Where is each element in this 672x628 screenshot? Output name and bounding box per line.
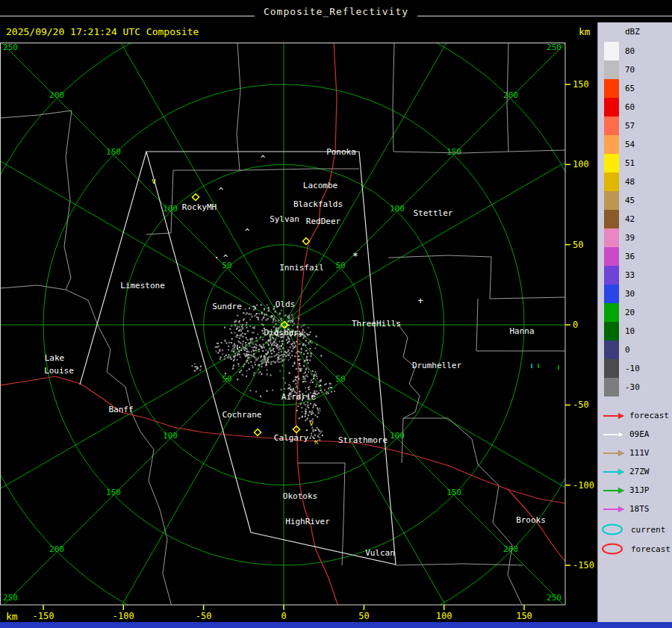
radar-echo (249, 319, 251, 320)
city-label: Lake (45, 353, 65, 363)
ring-distance-label: 100 (163, 204, 178, 214)
radar-echo (326, 391, 327, 393)
radar-map-canvas[interactable]: 5010015020025050100150200250501001502002… (0, 0, 597, 628)
radar-echo (240, 356, 241, 358)
radar-echo (262, 339, 264, 341)
radar-echo (243, 346, 244, 348)
colorbar-swatch (604, 247, 619, 266)
radar-echo (250, 361, 252, 363)
radar-echo (239, 346, 240, 348)
radar-echo (234, 325, 236, 326)
radar-echo (225, 373, 226, 374)
radar-echo (255, 391, 257, 392)
radar-echo (295, 379, 296, 380)
colorbar-value: -10 (625, 364, 640, 373)
arrow-icon (603, 467, 625, 476)
radar-echo (320, 355, 322, 357)
radar-echo (258, 349, 260, 350)
city-label: HighRiver (285, 517, 330, 526)
radar-echo (289, 373, 290, 374)
radar-echo (319, 437, 320, 438)
radar-echo (263, 343, 264, 345)
colorbar-swatch (604, 42, 619, 60)
radar-echo (311, 411, 313, 412)
colorbar-value: 45 (625, 196, 635, 205)
radar-echo (255, 349, 257, 351)
city-label: Limestone (120, 281, 165, 290)
radar-echo (305, 404, 306, 405)
arrow-icon (603, 486, 625, 495)
marker-asterisk: * (352, 250, 358, 261)
radar-echo (252, 305, 254, 307)
colorbar: 807065605754514845423936333020100-10-30 (604, 42, 640, 397)
colorbar-value: 36 (625, 252, 635, 261)
radar-echo (237, 327, 238, 329)
legend-arrow-row: 27ZW (603, 462, 669, 481)
arrow-icon (603, 449, 625, 458)
radar-echo (281, 345, 282, 346)
radar-echo (310, 332, 311, 333)
radar-echo (284, 358, 285, 360)
radar-echo (293, 388, 294, 390)
colorbar-swatch (604, 191, 619, 210)
radar-echo (309, 348, 311, 349)
radar-echo (251, 351, 252, 352)
radar-echo (308, 334, 310, 335)
radar-echo (316, 391, 317, 392)
radar-echo (258, 319, 259, 320)
radar-echo (191, 365, 193, 367)
radar-echo (291, 350, 293, 352)
radar-echo (242, 332, 243, 334)
radar-echo (272, 390, 273, 391)
radar-echo (317, 416, 318, 417)
radar-echo (281, 389, 282, 391)
legend-panel: dBZ 807065605754514845423936333020100-10… (597, 22, 672, 622)
radar-echo (320, 380, 321, 382)
county-boundary (342, 463, 345, 565)
taskbar[interactable] (0, 622, 672, 628)
radar-echo (279, 346, 280, 347)
radar-echo (267, 369, 268, 370)
radar-echo (280, 358, 281, 359)
radar-echo (292, 365, 293, 367)
radar-echo (267, 391, 268, 392)
radar-echo (296, 380, 298, 382)
radar-echo (256, 305, 258, 306)
radar-echo (305, 376, 306, 377)
radar-echo (246, 322, 248, 323)
radar-echo (288, 384, 290, 385)
marker-plus: + (417, 296, 423, 306)
radar-echo (264, 308, 265, 310)
axis-tick-label: 50 (358, 611, 369, 621)
radar-echo (224, 340, 225, 341)
axis-unit-bottom-left: km (6, 611, 18, 622)
marker-caret: ^ (219, 186, 224, 196)
radar-echo (266, 361, 267, 363)
radar-echo (278, 361, 279, 363)
legend-ellipse-label: forecast (631, 544, 671, 554)
radar-echo (317, 344, 318, 346)
radar-echo (231, 325, 232, 326)
radar-echo (246, 314, 247, 315)
radar-echo (314, 435, 316, 436)
radar-echo (254, 372, 255, 373)
radar-echo (258, 313, 260, 314)
radar-echo (258, 369, 259, 370)
radar-echo (267, 373, 268, 375)
radar-echo (254, 361, 255, 363)
radar-echo (232, 345, 234, 346)
radar-echo (296, 368, 297, 370)
colorbar-row: 10 (604, 322, 640, 341)
radar-echo (331, 387, 332, 388)
colorbar-swatch (604, 322, 619, 341)
highway-line (0, 376, 296, 440)
radar-echo (293, 317, 294, 318)
legend-arrow-label: 09EA (629, 429, 650, 439)
radar-echo (224, 327, 225, 329)
radar-echo (305, 420, 306, 421)
radar-echo (282, 347, 284, 349)
radar-echo (273, 351, 275, 352)
radar-echo (269, 348, 270, 349)
legend-arrow-label: 18TS (629, 504, 650, 514)
radar-echo (270, 356, 272, 358)
